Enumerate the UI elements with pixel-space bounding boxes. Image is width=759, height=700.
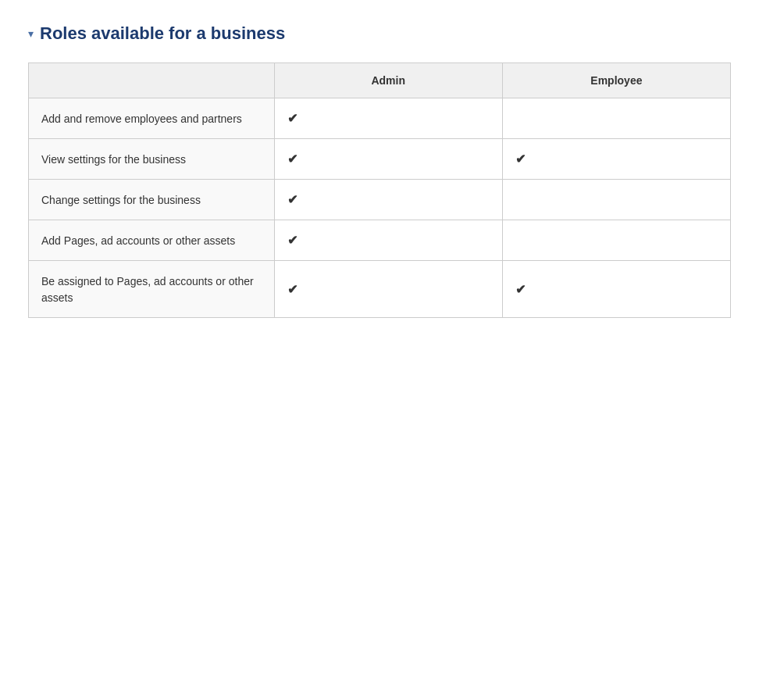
table-row: Change settings for the business✔ xyxy=(29,180,731,220)
feature-cell: View settings for the business xyxy=(29,139,275,180)
employee-cell xyxy=(502,180,730,220)
feature-cell: Add and remove employees and partners xyxy=(29,98,275,139)
col-header-employee: Employee xyxy=(502,63,730,98)
checkmark-icon: ✔ xyxy=(515,152,526,166)
checkmark-icon: ✔ xyxy=(515,283,526,296)
col-header-feature xyxy=(29,63,275,98)
admin-cell: ✔ xyxy=(274,220,502,261)
employee-cell xyxy=(502,98,730,139)
section-header: ▾ Roles available for a business xyxy=(28,23,731,44)
section-title: Roles available for a business xyxy=(40,23,285,44)
roles-table: Admin Employee Add and remove employees … xyxy=(28,62,731,318)
checkmark-icon: ✔ xyxy=(287,152,298,166)
employee-cell xyxy=(502,220,730,261)
table-row: Add and remove employees and partners✔ xyxy=(29,98,731,139)
checkmark-icon: ✔ xyxy=(287,112,298,125)
employee-cell: ✔ xyxy=(502,139,730,180)
admin-cell: ✔ xyxy=(274,98,502,139)
feature-cell: Change settings for the business xyxy=(29,180,275,220)
employee-cell: ✔ xyxy=(502,261,730,318)
admin-cell: ✔ xyxy=(274,139,502,180)
table-row: Be assigned to Pages, ad accounts or oth… xyxy=(29,261,731,318)
page-container: ▾ Roles available for a business Admin E… xyxy=(28,23,731,318)
checkmark-icon: ✔ xyxy=(287,283,298,296)
admin-cell: ✔ xyxy=(274,180,502,220)
feature-cell: Be assigned to Pages, ad accounts or oth… xyxy=(29,261,275,318)
checkmark-icon: ✔ xyxy=(287,193,298,206)
table-row: View settings for the business✔✔ xyxy=(29,139,731,180)
table-header-row: Admin Employee xyxy=(29,63,731,98)
feature-cell: Add Pages, ad accounts or other assets xyxy=(29,220,275,261)
admin-cell: ✔ xyxy=(274,261,502,318)
checkmark-icon: ✔ xyxy=(287,234,298,247)
table-row: Add Pages, ad accounts or other assets✔ xyxy=(29,220,731,261)
chevron-icon: ▾ xyxy=(28,27,34,40)
col-header-admin: Admin xyxy=(274,63,502,98)
